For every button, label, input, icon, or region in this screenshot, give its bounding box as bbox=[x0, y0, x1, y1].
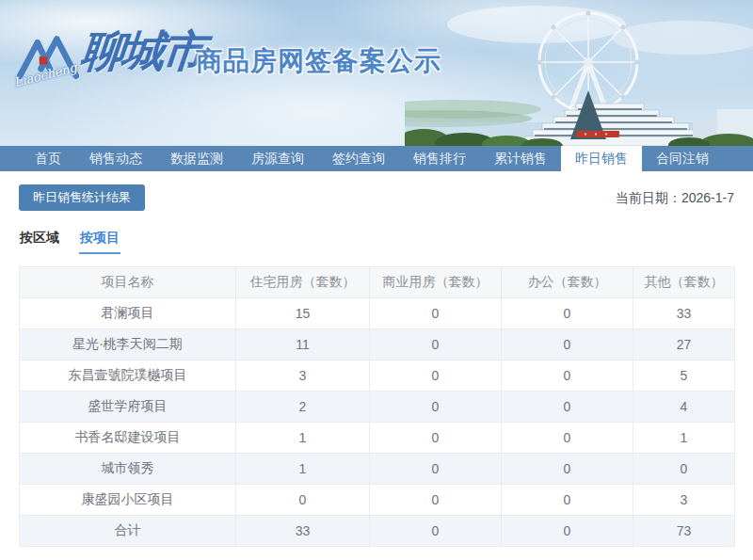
sales-table: 项目名称 住宅用房（套数） 商业用房（套数） 办公（套数） 其他（套数） 君澜项… bbox=[19, 266, 735, 547]
view-tabs: 按区域 按项目 bbox=[19, 230, 734, 254]
ferris-wheel-illustration bbox=[405, 0, 753, 146]
table-total-row: 合计 33 0 0 73 bbox=[20, 516, 735, 547]
project-name-cell: 君澜项目 bbox=[20, 298, 236, 329]
tab-by-region[interactable]: 按区域 bbox=[19, 230, 60, 254]
tab-by-project[interactable]: 按项目 bbox=[79, 230, 120, 254]
table-cell: 0 bbox=[502, 392, 633, 423]
table-cell: 27 bbox=[633, 329, 735, 360]
table-cell: 1 bbox=[633, 423, 735, 454]
nav-item-contract-cancellation[interactable]: 合同注销 bbox=[642, 146, 723, 171]
table-cell: 5 bbox=[633, 360, 735, 392]
nav-item-cumulative-sales[interactable]: 累计销售 bbox=[480, 146, 561, 171]
table-cell: 0 bbox=[236, 485, 370, 516]
table-cell: 0 bbox=[502, 516, 633, 547]
nav-item-signing-query[interactable]: 签约查询 bbox=[318, 146, 399, 171]
total-label-cell: 合计 bbox=[20, 516, 236, 547]
main-content: 昨日销售统计结果 当前日期：2026-1-7 按区域 按项目 项目名称 住宅用房… bbox=[0, 184, 753, 547]
table-cell: 73 bbox=[633, 516, 735, 547]
main-nav: 首页 销售动态 数据监测 房源查询 签约查询 销售排行 累计销售 昨日销售 合同… bbox=[0, 146, 753, 171]
table-cell: 1 bbox=[236, 454, 370, 485]
table-row: 康盛园小区项目 0 0 0 3 bbox=[20, 485, 735, 516]
column-header-commercial: 商业用房（套数） bbox=[370, 267, 502, 298]
nav-item-home[interactable]: 首页 bbox=[21, 146, 75, 171]
table-cell: 3 bbox=[236, 360, 370, 392]
table-cell: 2 bbox=[236, 392, 370, 423]
nav-item-listing-query[interactable]: 房源查询 bbox=[237, 146, 318, 171]
column-header-office: 办公（套数） bbox=[502, 267, 633, 298]
current-date: 当前日期：2026-1-7 bbox=[616, 190, 734, 207]
table-cell: 15 bbox=[236, 298, 370, 329]
site-logo: Liaocheng bbox=[17, 32, 88, 98]
table-cell: 0 bbox=[502, 329, 633, 360]
nav-item-data-monitoring[interactable]: 数据监测 bbox=[156, 146, 237, 171]
table-cell: 33 bbox=[633, 298, 735, 329]
logo-red-square bbox=[40, 56, 47, 64]
table-cell: 0 bbox=[370, 485, 502, 516]
current-date-label: 当前日期： bbox=[616, 190, 681, 205]
building-red-sign bbox=[576, 131, 619, 137]
project-name-cell: 星光·桃李天阅二期 bbox=[20, 329, 236, 360]
yesterday-sales-stats-button[interactable]: 昨日销售统计结果 bbox=[19, 184, 145, 211]
table-row: 盛世学府项目 2 0 0 4 bbox=[20, 392, 735, 423]
column-header-other: 其他（套数） bbox=[633, 267, 735, 298]
table-row: 东昌壹號院璞樾项目 3 0 0 5 bbox=[20, 360, 735, 392]
table-cell: 0 bbox=[502, 454, 633, 485]
table-cell: 0 bbox=[502, 423, 633, 454]
table-cell: 0 bbox=[370, 423, 502, 454]
table-cell: 0 bbox=[502, 485, 633, 516]
nav-item-sales-dynamics[interactable]: 销售动态 bbox=[75, 146, 156, 171]
nav-item-sales-ranking[interactable]: 销售排行 bbox=[399, 146, 480, 171]
nav-item-yesterday-sales[interactable]: 昨日销售 bbox=[561, 146, 642, 171]
column-header-project: 项目名称 bbox=[20, 267, 236, 298]
table-cell: 0 bbox=[370, 298, 502, 329]
table-cell: 0 bbox=[370, 329, 502, 360]
table-cell: 0 bbox=[502, 298, 633, 329]
project-name-cell: 城市领秀 bbox=[20, 454, 236, 485]
table-row: 星光·桃李天阅二期 11 0 0 27 bbox=[20, 329, 735, 360]
current-date-value: 2026-1-7 bbox=[681, 190, 734, 205]
table-cell: 33 bbox=[236, 516, 370, 547]
project-name-cell: 康盛园小区项目 bbox=[20, 485, 236, 516]
header-banner: Liaocheng 聊城市 商品房网签备案公示 bbox=[0, 0, 753, 146]
table-cell: 0 bbox=[633, 454, 735, 485]
table-cell: 3 bbox=[633, 485, 735, 516]
project-name-cell: 盛世学府项目 bbox=[20, 392, 236, 423]
table-cell: 0 bbox=[370, 454, 502, 485]
table-cell: 0 bbox=[370, 360, 502, 392]
table-row: 书香名邸建设项目 1 0 0 1 bbox=[20, 423, 735, 454]
table-cell: 0 bbox=[502, 360, 633, 392]
site-name: 聊城市 bbox=[78, 23, 204, 81]
table-cell: 11 bbox=[236, 329, 370, 360]
project-name-cell: 东昌壹號院璞樾项目 bbox=[20, 360, 236, 392]
table-cell: 4 bbox=[633, 392, 735, 423]
table-header-row: 项目名称 住宅用房（套数） 商业用房（套数） 办公（套数） 其他（套数） bbox=[20, 267, 735, 298]
table-cell: 1 bbox=[236, 423, 370, 454]
table-cell: 0 bbox=[370, 392, 502, 423]
column-header-residential: 住宅用房（套数） bbox=[236, 267, 370, 298]
project-name-cell: 书香名邸建设项目 bbox=[20, 423, 236, 454]
table-row: 君澜项目 15 0 0 33 bbox=[20, 298, 735, 329]
table-row: 城市领秀 1 0 0 0 bbox=[20, 454, 735, 485]
table-cell: 0 bbox=[370, 516, 502, 547]
